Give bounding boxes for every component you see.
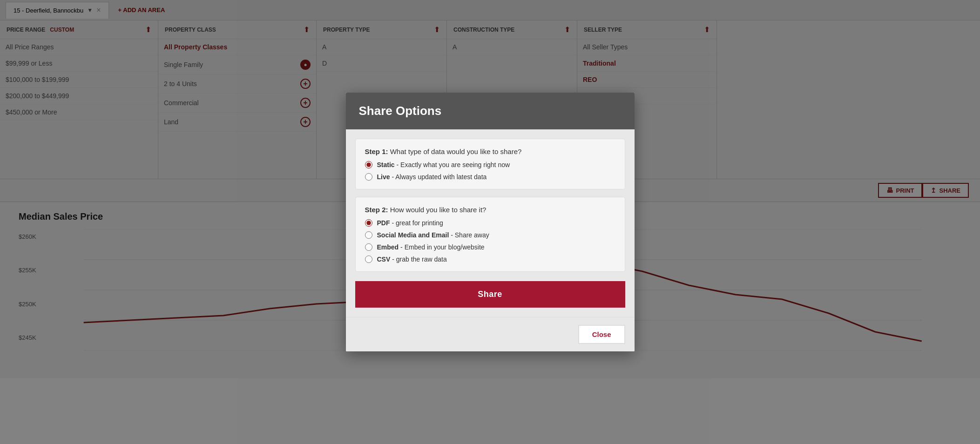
page-wrapper: 15 - Deerfield, Bannockbu ▼ × + ADD AN A… (0, 0, 980, 444)
modal-overlay: Share Options Step 1: What type of data … (0, 0, 980, 444)
step1-label: Step 1: What type of data would you like… (365, 148, 615, 155)
step2-embed-option[interactable]: Embed - Embed in your blog/website (365, 243, 615, 251)
step1-live-radio[interactable] (365, 173, 372, 181)
step2-csv-radio[interactable] (365, 256, 372, 263)
step2-label: Step 2: How would you like to share it? (365, 206, 615, 214)
modal-title: Share Options (359, 104, 622, 118)
modal-body: Step 1: What type of data would you like… (346, 129, 635, 317)
modal-close-button[interactable]: Close (578, 325, 625, 344)
step2-social-radio[interactable] (365, 231, 372, 239)
step2-social-option[interactable]: Social Media and Email - Share away (365, 231, 615, 239)
step1-live-option[interactable]: Live - Always updated with latest data (365, 173, 615, 181)
step1-static-option[interactable]: Static - Exactly what you are seeing rig… (365, 161, 615, 168)
step2-box: Step 2: How would you like to share it? … (355, 197, 625, 272)
step2-csv-option[interactable]: CSV - grab the raw data (365, 256, 615, 263)
step1-box: Step 1: What type of data would you like… (355, 139, 625, 189)
step2-embed-radio[interactable] (365, 243, 372, 251)
step2-pdf-option[interactable]: PDF - great for printing (365, 219, 615, 227)
modal-share-button[interactable]: Share (355, 281, 625, 308)
step2-pdf-radio[interactable] (365, 219, 372, 227)
modal-header: Share Options (346, 93, 635, 129)
modal-footer: Close (346, 317, 635, 351)
share-options-modal: Share Options Step 1: What type of data … (346, 93, 635, 351)
step1-static-radio[interactable] (365, 161, 372, 168)
